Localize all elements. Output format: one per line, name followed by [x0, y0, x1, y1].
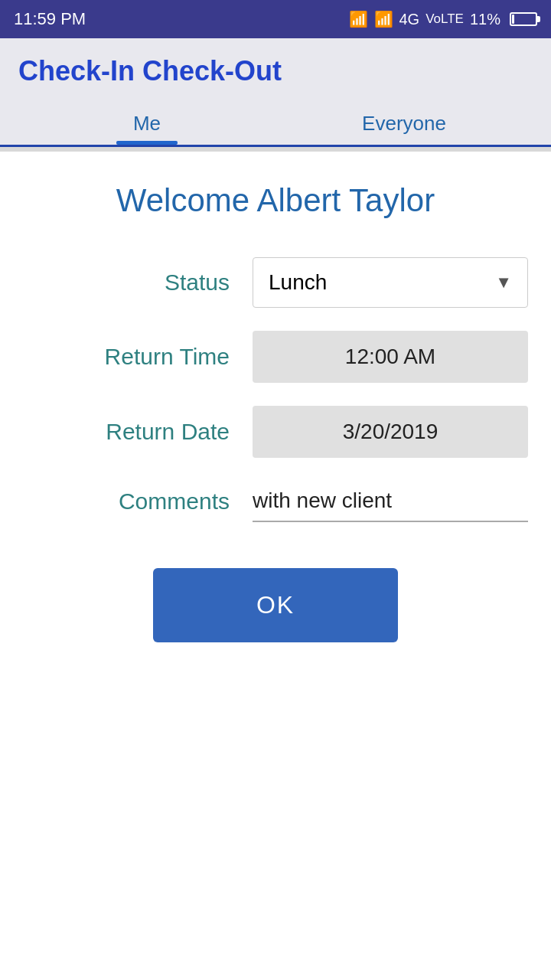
return-time-value[interactable]: 12:00 AM: [253, 331, 528, 383]
status-row: Status Lunch ▼: [23, 257, 528, 308]
main-content: Welcome Albert Taylor Status Lunch ▼ Ret…: [0, 152, 551, 980]
network-type: 4G: [399, 11, 420, 28]
status-value: Lunch: [269, 270, 327, 295]
comments-control: [253, 481, 528, 522]
dropdown-arrow-icon: ▼: [495, 273, 512, 292]
welcome-message: Welcome Albert Taylor: [116, 182, 435, 219]
comments-label: Comments: [23, 488, 253, 514]
return-time-row: Return Time 12:00 AM: [23, 331, 528, 383]
status-dropdown[interactable]: Lunch ▼: [253, 257, 528, 308]
tab-everyone[interactable]: Everyone: [276, 98, 533, 145]
signal-icon-1: 📶: [349, 10, 368, 28]
comments-row: Comments: [23, 481, 528, 522]
volte-icon: VoLTE: [425, 11, 464, 27]
return-date-control: 3/20/2019: [253, 406, 528, 458]
status-control: Lunch ▼: [253, 257, 528, 308]
return-time-label: Return Time: [23, 344, 253, 370]
signal-icon-2: 📶: [374, 10, 393, 28]
ok-button[interactable]: OK: [153, 568, 398, 642]
time: 11:59 PM: [14, 9, 86, 29]
return-date-label: Return Date: [23, 419, 253, 445]
status-bar: 11:59 PM 📶 📶 4G VoLTE 11%: [0, 0, 551, 38]
app-title: Check-In Check-Out: [18, 55, 533, 98]
comments-input[interactable]: [253, 481, 528, 522]
return-time-control: 12:00 AM: [253, 331, 528, 383]
app-header: Check-In Check-Out Me Everyone: [0, 38, 551, 147]
return-date-value[interactable]: 3/20/2019: [253, 406, 528, 458]
tabs: Me Everyone: [18, 98, 533, 145]
battery-percentage: 11%: [470, 11, 500, 28]
tab-me[interactable]: Me: [18, 98, 276, 145]
return-date-row: Return Date 3/20/2019: [23, 406, 528, 458]
status-label: Status: [23, 270, 253, 296]
battery-icon: [510, 12, 537, 26]
status-bar-right: 📶 📶 4G VoLTE 11%: [349, 10, 538, 28]
